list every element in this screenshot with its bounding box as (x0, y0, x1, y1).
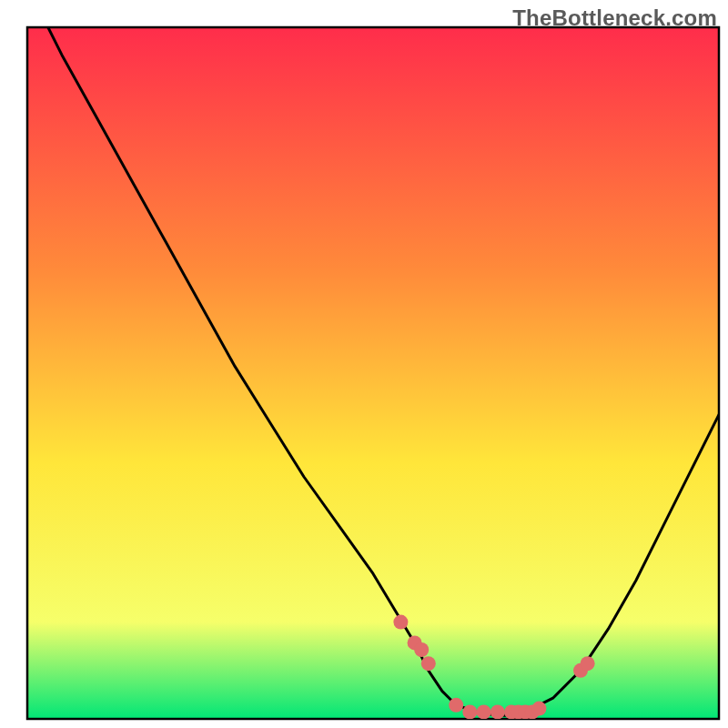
chart-stage: TheBottleneck.com (0, 0, 728, 728)
highlight-point (449, 698, 463, 713)
highlight-point (462, 704, 477, 719)
bottleneck-chart (0, 0, 728, 728)
highlight-point (490, 704, 505, 719)
highlight-point (477, 704, 491, 719)
highlight-point (393, 615, 408, 630)
highlight-point (531, 702, 546, 716)
highlight-point (581, 656, 595, 671)
highlight-point (421, 656, 436, 671)
highlight-point (414, 642, 429, 657)
